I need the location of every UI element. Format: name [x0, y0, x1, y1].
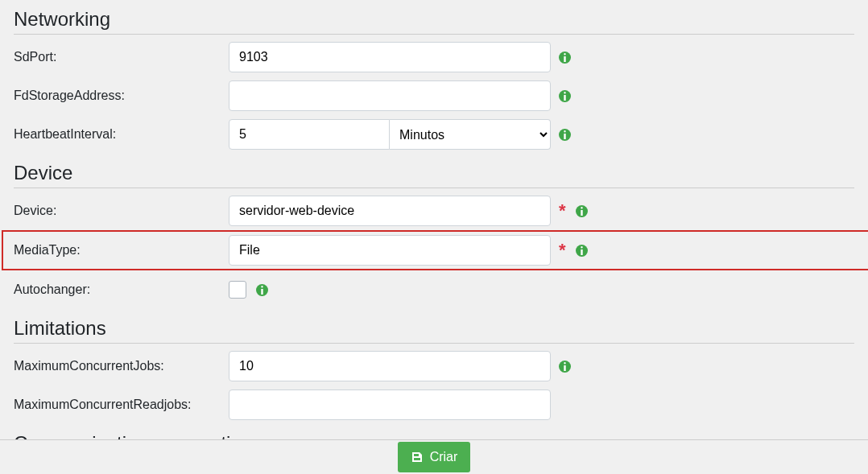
fdstorageaddress-input[interactable] [229, 80, 551, 111]
create-button-label: Criar [430, 450, 458, 464]
section-title-device: Device [14, 162, 854, 188]
row-fdstorageaddress: FdStorageAddress: [14, 76, 854, 115]
label-maxconcreadjobs: MaximumConcurrentReadjobs: [14, 398, 229, 412]
label-maxconcjobs: MaximumConcurrentJobs: [14, 359, 229, 373]
row-mediatype: MediaType: * [2, 230, 868, 270]
info-icon[interactable] [559, 361, 571, 373]
required-icon: * [559, 241, 566, 259]
sdport-input[interactable] [229, 42, 551, 72]
maxconcreadjobs-input[interactable] [229, 390, 551, 420]
row-sdport: SdPort: [14, 38, 854, 76]
row-heartbeatinterval: HeartbeatInterval: Minutos [14, 115, 854, 154]
info-icon[interactable] [576, 245, 588, 257]
config-form: Networking SdPort: FdStorageAddress: Hea… [0, 8, 868, 474]
section-title-limitations: Limitations [14, 317, 854, 344]
label-mediatype: MediaType: [14, 243, 229, 258]
info-icon[interactable] [576, 205, 588, 217]
section-title-networking: Networking [14, 8, 854, 35]
info-icon[interactable] [559, 129, 571, 141]
label-autochanger: Autochanger: [14, 282, 229, 297]
row-device: Device: * [14, 192, 854, 230]
bottom-bar: Criar [0, 439, 868, 474]
info-icon[interactable] [256, 284, 268, 296]
label-heartbeatinterval: HeartbeatInterval: [14, 127, 229, 142]
save-icon [411, 451, 424, 464]
label-device: Device: [14, 204, 229, 218]
autochanger-checkbox[interactable] [229, 281, 246, 299]
row-autochanger: Autochanger: [14, 270, 854, 309]
info-icon[interactable] [559, 90, 571, 102]
required-icon: * [559, 202, 566, 220]
mediatype-input[interactable] [229, 235, 551, 266]
info-icon[interactable] [559, 52, 571, 64]
device-input[interactable] [229, 196, 551, 226]
maxconcjobs-input[interactable] [229, 351, 551, 381]
heartbeatinterval-input[interactable] [229, 119, 390, 150]
row-maxconcjobs: MaximumConcurrentJobs: [14, 347, 854, 385]
label-fdstorageaddress: FdStorageAddress: [14, 89, 229, 103]
row-maxconcreadjobs: MaximumConcurrentReadjobs: [14, 385, 854, 424]
heartbeat-unit-select[interactable]: Minutos [390, 119, 551, 150]
label-sdport: SdPort: [14, 50, 229, 64]
create-button[interactable]: Criar [398, 442, 471, 472]
